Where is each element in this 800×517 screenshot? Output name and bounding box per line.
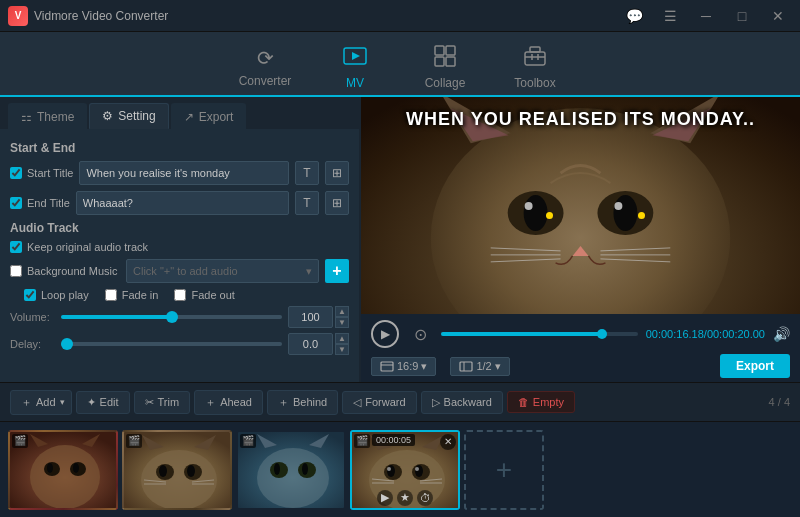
menu-button[interactable]: ☰ — [656, 5, 684, 27]
backward-label: Backward — [444, 396, 492, 408]
title-bar: V Vidmore Video Converter 💬 ☰ ─ □ ✕ — [0, 0, 800, 32]
left-panel: ⚏ Theme ⚙ Setting ↗ Export Start & End — [0, 97, 360, 382]
behind-icon: ＋ — [278, 395, 289, 410]
sub-tab-theme-label: Theme — [37, 110, 74, 124]
filmstrip-item-2[interactable]: 🎬 — [122, 430, 232, 510]
audio-dropdown[interactable]: Click "+" to add audio ▾ — [126, 259, 319, 283]
filmstrip-add-button[interactable]: + — [464, 430, 544, 510]
fade-in-container[interactable]: Fade in — [105, 289, 159, 301]
backward-button[interactable]: ▷ Backward — [421, 391, 503, 414]
title-bar-right: 💬 ☰ ─ □ ✕ — [620, 5, 792, 27]
collage-icon — [434, 45, 456, 72]
fade-in-checkbox[interactable] — [105, 289, 117, 301]
filmstrip-item-4-inner: 🎬 00:00:05 ✕ ▶ ★ ⏱ — [352, 432, 458, 508]
keep-original-checkbox[interactable] — [10, 241, 22, 253]
sub-tab-setting-label: Setting — [118, 109, 155, 123]
maximize-button[interactable]: □ — [728, 5, 756, 27]
start-title-text-btn[interactable]: T — [295, 161, 319, 185]
audio-track-title: Audio Track — [10, 221, 349, 235]
theme-icon: ⚏ — [21, 110, 32, 124]
converter-icon: ⟳ — [257, 46, 274, 70]
start-title-label: Start Title — [27, 167, 73, 179]
volume-down-btn[interactable]: ▼ — [335, 317, 349, 328]
end-title-checkbox-container[interactable]: End Title — [10, 197, 70, 209]
tab-mv[interactable]: MV — [310, 39, 400, 97]
tab-collage[interactable]: Collage — [400, 39, 490, 97]
close-button[interactable]: ✕ — [764, 5, 792, 27]
start-title-checkbox-container[interactable]: Start Title — [10, 167, 73, 179]
end-title-grid-btn[interactable]: ⊞ — [325, 191, 349, 215]
snapshot-btn[interactable]: ⊙ — [407, 321, 433, 347]
chat-button[interactable]: 💬 — [620, 5, 648, 27]
forward-button[interactable]: ◁ Forward — [342, 391, 416, 414]
svg-point-59 — [302, 463, 308, 475]
delay-slider[interactable] — [61, 342, 282, 346]
delay-stepper: ▲ ▼ — [335, 333, 349, 355]
ahead-button[interactable]: ＋ Ahead — [194, 390, 263, 415]
volume-label: Volume: — [10, 311, 55, 323]
edit-icon: ✦ — [87, 396, 96, 409]
keep-original-container[interactable]: Keep original audio track — [10, 241, 148, 253]
panel-content: Start & End Start Title T ⊞ End Title — [0, 129, 359, 382]
behind-button[interactable]: ＋ Behind — [267, 390, 338, 415]
empty-button[interactable]: 🗑 Empty — [507, 391, 575, 413]
loop-play-checkbox[interactable] — [24, 289, 36, 301]
start-end-title: Start & End — [10, 141, 349, 155]
loop-play-container[interactable]: Loop play — [24, 289, 89, 301]
tab-toolbox[interactable]: Toolbox — [490, 39, 580, 97]
add-audio-button[interactable]: + — [325, 259, 349, 283]
sub-tab-theme[interactable]: ⚏ Theme — [8, 103, 87, 129]
export-button[interactable]: Export — [720, 354, 790, 378]
sub-tab-export[interactable]: ↗ Export — [171, 103, 247, 129]
clip-button[interactable]: 1/2 ▾ — [450, 357, 509, 376]
end-title-checkbox[interactable] — [10, 197, 22, 209]
svg-point-55 — [257, 448, 329, 508]
bg-music-container[interactable]: Background Music — [10, 265, 120, 277]
delay-up-btn[interactable]: ▲ — [335, 333, 349, 344]
start-end-section: Start & End Start Title T ⊞ End Title — [10, 141, 349, 215]
right-panel: WHEN YOU REALISED ITS MONDAY.. ▶ ⊙ 00:00… — [361, 97, 800, 382]
volume-icon[interactable]: 🔊 — [773, 326, 790, 342]
volume-slider[interactable] — [61, 315, 282, 319]
svg-point-19 — [524, 195, 548, 231]
audio-dropdown-arrow: ▾ — [306, 265, 312, 278]
start-title-checkbox[interactable] — [10, 167, 22, 179]
film-play-icon[interactable]: ▶ — [377, 490, 393, 506]
audio-track-section: Audio Track Keep original audio track Ba… — [10, 221, 349, 355]
trim-button[interactable]: ✂ Trim — [134, 391, 191, 414]
volume-up-btn[interactable]: ▲ — [335, 306, 349, 317]
tab-collage-label: Collage — [425, 76, 466, 90]
svg-rect-30 — [381, 362, 393, 371]
fade-out-checkbox[interactable] — [174, 289, 186, 301]
bg-music-checkbox[interactable] — [10, 265, 22, 277]
tab-converter[interactable]: ⟳ Converter — [220, 39, 310, 97]
ahead-icon: ＋ — [205, 395, 216, 410]
film-star-icon[interactable]: ★ — [397, 490, 413, 506]
svg-marker-1 — [352, 52, 360, 60]
delay-down-btn[interactable]: ▼ — [335, 344, 349, 355]
filmstrip-item-1[interactable]: 🎬 — [8, 430, 118, 510]
ratio-button[interactable]: 16:9 ▾ — [371, 357, 436, 376]
edit-button[interactable]: ✦ Edit — [76, 391, 130, 414]
svg-rect-2 — [435, 46, 444, 55]
fade-out-container[interactable]: Fade out — [174, 289, 234, 301]
end-title-input[interactable] — [76, 191, 289, 215]
minimize-button[interactable]: ─ — [692, 5, 720, 27]
filmstrip-item-3[interactable]: 🎬 — [236, 430, 346, 510]
film-close-4[interactable]: ✕ — [440, 434, 456, 450]
export-icon: ↗ — [184, 110, 194, 124]
play-btn-small[interactable]: ▶ — [371, 320, 399, 348]
add-button[interactable]: ＋ Add ▾ — [10, 390, 72, 415]
film-clock-icon[interactable]: ⏱ — [417, 490, 433, 506]
time-display: 00:00:16.18/00:00:20.00 — [646, 328, 765, 340]
sub-tab-export-label: Export — [199, 110, 234, 124]
start-title-grid-btn[interactable]: ⊞ — [325, 161, 349, 185]
end-title-text-btn[interactable]: T — [295, 191, 319, 215]
audio-dropdown-placeholder: Click "+" to add audio — [133, 265, 238, 277]
progress-bar[interactable] — [441, 332, 638, 336]
filmstrip-item-4[interactable]: 🎬 00:00:05 ✕ ▶ ★ ⏱ — [350, 430, 460, 510]
sub-tab-setting[interactable]: ⚙ Setting — [89, 103, 168, 129]
progress-thumb — [597, 329, 607, 339]
svg-rect-7 — [525, 52, 545, 65]
start-title-input[interactable] — [79, 161, 289, 185]
